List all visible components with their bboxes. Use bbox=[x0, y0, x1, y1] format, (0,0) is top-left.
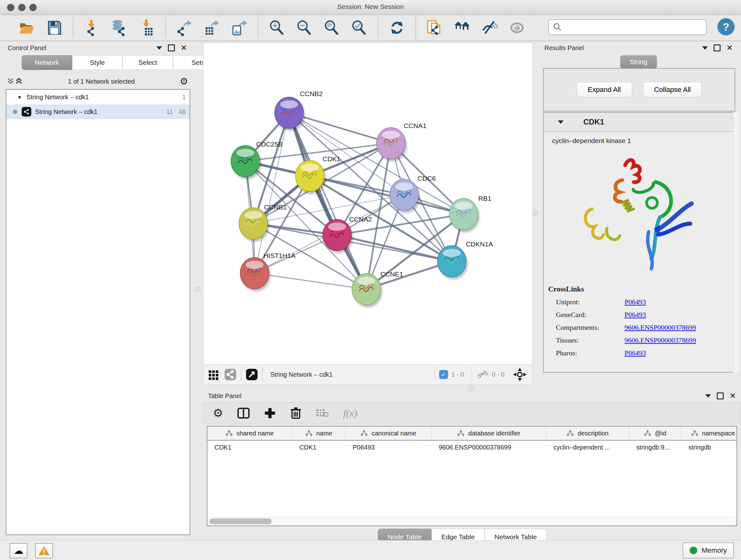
table-cell[interactable]: CDK1 bbox=[207, 441, 292, 454]
column-header-name[interactable]: name bbox=[292, 427, 346, 440]
hide-selected-button[interactable] bbox=[481, 19, 498, 37]
fit-content-button[interactable] bbox=[323, 19, 341, 37]
apply-function-icon[interactable]: f(x) bbox=[343, 408, 357, 419]
network-view-toolbar: String Network – cdk1 ✓ 1 - 0 0 - 0 bbox=[203, 364, 532, 385]
help-button[interactable]: ? bbox=[718, 18, 735, 36]
collapse-all-button[interactable]: Collapse All bbox=[643, 82, 702, 98]
birdseye-view-icon[interactable] bbox=[513, 368, 527, 381]
node-HIST1H1A[interactable] bbox=[240, 258, 271, 292]
control-panel-title: Control Panel bbox=[8, 44, 46, 52]
hidden-elements-icon[interactable] bbox=[476, 369, 488, 380]
column-header-namespace[interactable]: namespace bbox=[681, 427, 737, 440]
crosslink-link[interactable]: P06493 bbox=[624, 349, 646, 357]
table-options-gear-icon[interactable]: ⚙ bbox=[213, 408, 223, 419]
right-splitter-handle[interactable] bbox=[533, 210, 538, 215]
results-panel-close-icon[interactable]: ✕ bbox=[726, 44, 733, 52]
tree-expander-icon[interactable]: ▼ bbox=[17, 95, 22, 100]
crosslink-link[interactable]: 9606.ENSP00000378699 bbox=[624, 336, 696, 345]
zoom-out-icon bbox=[296, 19, 313, 36]
search-box[interactable] bbox=[548, 19, 706, 35]
control-panel-collapse-icon[interactable] bbox=[156, 46, 162, 50]
share-network-icon[interactable] bbox=[224, 368, 237, 381]
node-CCNA1[interactable] bbox=[377, 128, 407, 162]
column-header--id[interactable]: @id bbox=[629, 427, 681, 440]
node-CCNB2[interactable] bbox=[275, 97, 305, 131]
column-header-shared-name[interactable]: shared name bbox=[207, 427, 292, 440]
export-table-button[interactable] bbox=[203, 19, 221, 37]
table-panel-collapse-icon[interactable] bbox=[705, 394, 711, 398]
expand-all-tree-icon[interactable] bbox=[6, 77, 15, 86]
import-network-file-button[interactable] bbox=[83, 19, 101, 37]
node-CDK1[interactable] bbox=[295, 160, 326, 194]
export-network-button[interactable] bbox=[176, 19, 193, 37]
table-row[interactable]: CDK1CDK1P064939606.ENSP00000378699cyclin… bbox=[207, 441, 737, 454]
export-image-button[interactable] bbox=[230, 19, 248, 37]
show-all-button[interactable] bbox=[508, 19, 526, 37]
network-options-gear-icon[interactable]: ⚙ bbox=[180, 77, 188, 86]
table-cell[interactable]: CDK1 bbox=[292, 441, 346, 454]
table-cell[interactable]: stringdb bbox=[681, 441, 737, 454]
crosslink-link[interactable]: P06493 bbox=[624, 311, 646, 319]
open-session-button[interactable] bbox=[18, 19, 36, 37]
network-row-selected[interactable]: String Network – cdk1 11 48 bbox=[6, 105, 190, 119]
table-panel-float-icon[interactable] bbox=[717, 392, 724, 399]
table-cell[interactable]: 9606.ENSP00000378699 bbox=[432, 441, 546, 454]
tab-style[interactable]: Style bbox=[72, 55, 123, 70]
network-collection-row[interactable]: ▼ String Network – cdk1 1 bbox=[6, 90, 190, 105]
results-panel-collapse-icon[interactable] bbox=[702, 46, 708, 50]
fit-content-icon bbox=[324, 19, 340, 36]
grid-view-icon[interactable] bbox=[208, 369, 219, 380]
table-panel-close-icon[interactable]: ✕ bbox=[730, 392, 736, 400]
edge-HIST1H1A-CCNE1[interactable] bbox=[255, 273, 366, 289]
warnings-button[interactable] bbox=[35, 543, 53, 558]
string-import-button[interactable] bbox=[426, 19, 444, 37]
tab-network[interactable]: Network bbox=[22, 55, 72, 70]
tab-string[interactable]: String bbox=[620, 55, 657, 69]
node-CCNE1[interactable] bbox=[352, 273, 382, 307]
memory-button[interactable]: Memory bbox=[683, 543, 734, 558]
add-column-icon[interactable] bbox=[264, 407, 276, 419]
search-input[interactable] bbox=[562, 23, 706, 31]
control-panel-close-icon[interactable]: ✕ bbox=[181, 44, 187, 52]
collapse-all-tree-icon[interactable] bbox=[15, 77, 23, 86]
save-session-button[interactable] bbox=[45, 19, 63, 37]
open-in-new-window-icon[interactable] bbox=[246, 368, 258, 381]
selected-nodes-checkbox[interactable]: ✓ bbox=[439, 370, 448, 379]
gene-card-header[interactable]: CDK1 bbox=[544, 113, 735, 132]
column-header-description[interactable]: description bbox=[546, 427, 629, 440]
refresh-view-button[interactable] bbox=[388, 19, 406, 37]
results-scrollbar[interactable] bbox=[733, 112, 738, 373]
table-cell[interactable]: stringdb:9... bbox=[629, 441, 681, 454]
control-panel-float-icon[interactable] bbox=[168, 44, 175, 51]
column-header-canonical-name[interactable]: canonical name bbox=[346, 427, 432, 440]
table-cell[interactable]: cyclin–dependent ... bbox=[546, 441, 629, 454]
cloud-button[interactable]: ☁ bbox=[10, 543, 27, 558]
results-panel-float-icon[interactable] bbox=[714, 44, 721, 51]
column-header-database-identifier[interactable]: database identifier bbox=[432, 427, 546, 440]
table-cell[interactable]: P06493 bbox=[346, 441, 432, 454]
edge-CCNB2-CCNE1[interactable] bbox=[289, 113, 366, 289]
network-canvas[interactable]: CCNB2CCNA1CDC25BCDK1CDC6RB1CCNB1CCNA2CDK… bbox=[203, 43, 533, 365]
tab-select[interactable]: Select bbox=[123, 55, 173, 70]
crosslink-link[interactable]: P06493 bbox=[624, 298, 646, 306]
import-network-database-button[interactable] bbox=[111, 19, 128, 37]
node-RB1[interactable] bbox=[449, 199, 480, 233]
node-CDKN1A[interactable] bbox=[437, 246, 468, 279]
crosslink-link[interactable]: 9606.ENSP00000378699 bbox=[624, 323, 696, 332]
node-label-CCNB2: CCNB2 bbox=[300, 90, 323, 98]
zoom-out-button[interactable] bbox=[295, 19, 313, 37]
zoom-in-button[interactable] bbox=[268, 19, 286, 37]
zoom-selected-button[interactable] bbox=[350, 19, 368, 37]
first-neighbors-button[interactable] bbox=[453, 19, 471, 37]
delete-table-icon[interactable] bbox=[316, 408, 329, 418]
expand-all-button[interactable]: Expand All bbox=[577, 82, 632, 98]
node-CDC25B[interactable] bbox=[231, 145, 261, 179]
import-table-button[interactable] bbox=[138, 19, 156, 37]
delete-column-trash-icon[interactable] bbox=[290, 407, 301, 420]
left-splitter-handle[interactable] bbox=[195, 287, 200, 292]
scrollbar-thumb[interactable] bbox=[209, 518, 272, 524]
gene-collapse-icon[interactable] bbox=[558, 120, 563, 124]
show-columns-icon[interactable] bbox=[237, 407, 250, 420]
table-horizontal-scrollbar[interactable] bbox=[207, 517, 737, 525]
edge-CCNA2-CDKN1A[interactable] bbox=[337, 235, 452, 261]
